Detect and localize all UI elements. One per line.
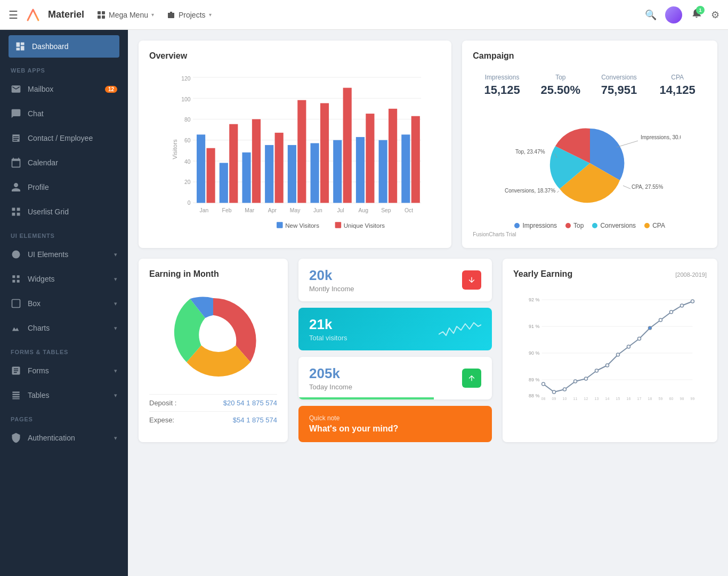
sidebar-item-label: Box [28,299,41,308]
deposit-value: $20 54 1 875 574 [223,399,277,407]
earning-month-card: Earning in Month [139,259,288,442]
svg-text:CPA, 27.55%: CPA, 27.55% [632,184,663,190]
svg-rect-24 [242,153,250,203]
svg-line-55 [617,141,638,147]
svg-rect-31 [320,103,329,203]
sidebar-item-calendar[interactable]: Calendar [0,150,128,175]
chevron-down-icon: ▾ [114,300,117,307]
bottom-row: Earning in Month [139,259,717,442]
svg-point-79 [627,345,630,348]
overview-title: Overview [149,51,441,61]
section-pages: Pages [0,407,128,426]
sidebar-item-chat[interactable]: Chat [0,101,128,126]
svg-line-57 [623,186,630,189]
sidebar-item-label: Profile [28,183,49,191]
svg-text:91 %: 91 % [529,324,540,329]
svg-text:Jan: Jan [200,207,209,213]
monthly-income-arrow[interactable] [462,270,481,290]
total-visitors-info: 21k Total visitors [309,316,347,342]
svg-text:New Visitors: New Visitors [285,222,319,229]
svg-rect-36 [379,140,387,203]
sidebar-item-label: Authentication [28,434,75,442]
svg-text:10: 10 [563,397,567,401]
overview-card: Overview Visitors 0 20 40 60 80 100 120 [139,41,451,248]
sidebar-item-forms[interactable]: Forms ▾ [0,358,128,383]
sidebar-item-label: Widgets [28,275,55,283]
green-progress-bar [298,397,434,399]
hamburger-icon[interactable]: ☰ [9,9,18,21]
yearly-line-chart: 92 % 91 % 90 % 89 % 88 % [513,285,707,403]
section-ui-elements: UI Elements [0,224,128,242]
svg-text:Mar: Mar [245,207,254,213]
yearly-period: [2008-2019] [675,271,707,278]
svg-rect-22 [220,163,228,203]
sidebar-item-contact-employee[interactable]: Contact / Employee [0,126,128,150]
sidebar-item-box[interactable]: Box ▾ [0,291,128,316]
svg-text:90 %: 90 % [529,350,540,356]
svg-rect-26 [265,145,273,203]
sidebar-item-mailbox[interactable]: Mailbox 12 [0,77,128,101]
sidebar-item-label: Tables [28,391,49,399]
svg-text:88 %: 88 % [529,393,540,398]
campaign-stats: Impressions 15,125 Top 25.50% Conversion… [473,69,707,101]
chevron-down-icon: ▾ [114,276,117,283]
sidebar-item-tables[interactable]: Tables ▾ [0,383,128,407]
campaign-card: Campaign Impressions 15,125 Top 25.50% C… [462,41,717,248]
svg-rect-28 [288,145,296,203]
today-income-info: 205k Today Income [309,365,352,391]
chevron-down-icon: ▾ [114,325,117,332]
sidebar-item-authentication[interactable]: Authentication ▾ [0,426,128,450]
monthly-income-card: 20k Montly Income [298,259,492,301]
svg-text:Oct: Oct [405,207,413,213]
middle-cards: 20k Montly Income 21k Total visitors [298,259,492,442]
svg-point-83 [670,310,673,314]
sidebar-item-ui-elements[interactable]: UI Elements ▾ [0,242,128,267]
svg-point-74 [574,380,577,383]
sidebar-item-dashboard[interactable]: Dashboard [9,35,119,58]
svg-text:Aug: Aug [358,207,368,213]
svg-text:Jul: Jul [337,207,344,213]
svg-text:17: 17 [637,397,642,401]
svg-text:Visitors: Visitors [172,139,178,159]
svg-point-81 [649,326,652,330]
logo-icon [25,6,42,23]
svg-rect-2 [98,15,101,19]
chevron-down-icon: ▾ [114,435,117,442]
svg-text:80: 80 [184,117,191,123]
sidebar-item-userlist-grid[interactable]: Userlist Grid [0,199,128,224]
expense-value: $54 1 875 574 [233,416,277,424]
svg-rect-32 [333,140,342,203]
svg-rect-29 [297,100,306,203]
svg-rect-30 [310,143,319,203]
svg-point-76 [595,369,598,372]
sidebar-item-profile[interactable]: Profile [0,175,128,199]
sidebar-item-label: Userlist Grid [28,207,69,216]
svg-point-75 [585,377,588,380]
svg-text:16: 16 [627,397,631,401]
settings-icon[interactable]: ⚙ [711,9,719,21]
mega-menu-nav[interactable]: Mega Menu ▾ [97,11,154,19]
doughnut-container [149,287,277,394]
sidebar-item-label: Calendar [28,158,58,167]
sidebar-item-charts[interactable]: Charts ▾ [0,316,128,340]
doughnut-chart [155,287,272,394]
projects-nav[interactable]: Projects ▾ [167,11,212,19]
sidebar-item-label: Contact / Employee [28,134,93,142]
svg-text:60: 60 [669,397,674,401]
topnav-left: ☰ Materiel [9,6,84,23]
stat-cpa: CPA 14,125 [648,69,707,101]
svg-text:12: 12 [584,397,588,401]
svg-point-77 [606,364,609,367]
today-income-arrow[interactable] [462,369,481,388]
avatar[interactable] [665,6,682,23]
svg-rect-33 [343,88,352,203]
earning-month-title: Earning in Month [149,269,277,279]
svg-rect-27 [275,133,284,203]
sidebar-item-widgets[interactable]: Widgets ▾ [0,267,128,291]
topnav-center: Mega Menu ▾ Projects ▾ [97,11,212,19]
top-row: Overview Visitors 0 20 40 60 80 100 120 [139,41,717,248]
search-icon[interactable]: 🔍 [645,9,657,21]
notification-icon[interactable]: 1 [691,8,702,22]
pie-chart: Impressions, 30.61% CPA, 27.55% Conversi… [499,110,681,217]
sidebar-item-label: Forms [28,366,49,375]
